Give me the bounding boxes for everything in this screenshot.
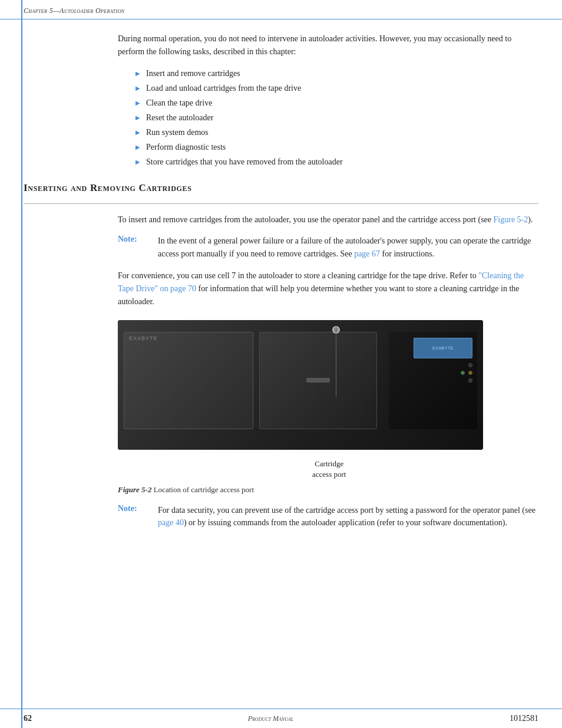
intro-paragraph: During normal operation, you do not need… xyxy=(118,32,538,58)
display-text: EXABYTE xyxy=(432,346,454,350)
page67-link[interactable]: page 67 xyxy=(354,249,380,258)
device-buttons xyxy=(461,363,472,383)
note-label-1: Note: xyxy=(118,235,153,260)
list-item: Reset the autoloader xyxy=(135,111,538,124)
led-4 xyxy=(468,378,472,383)
device-left-panel: EXABYTE xyxy=(124,332,253,429)
footer-manual-label: Product Manual xyxy=(248,714,294,723)
note-block-1: Note: In the event of a general power fa… xyxy=(118,235,538,260)
page-footer: 62 Product Manual 1012581 xyxy=(0,709,562,728)
page40-link[interactable]: page 40 xyxy=(158,518,184,527)
list-item: Clean the tape drive xyxy=(135,97,538,109)
figure-link[interactable]: Figure 5-2 xyxy=(494,215,528,224)
led-3 xyxy=(468,371,472,375)
main-content: During normal operation, you do not need… xyxy=(0,19,562,551)
device-body: EXABYTE EXABYTE xyxy=(118,320,483,450)
figure-caption: Figure 5-2 Location of cartridge access … xyxy=(118,485,538,495)
led-1 xyxy=(468,363,472,367)
led-row-1 xyxy=(468,363,472,367)
cap-line xyxy=(336,326,336,397)
fig-caption-text: Location of cartridge access port xyxy=(151,485,254,494)
chapter-label: Chapter 5 xyxy=(24,6,53,15)
note-content-1: In the event of a general power failure … xyxy=(153,235,538,260)
cap-label-line2: access port xyxy=(312,469,346,480)
list-item: Insert and remove cartridges xyxy=(135,67,538,80)
device-door xyxy=(259,332,377,429)
figure-container: EXABYTE EXABYTE xyxy=(118,320,515,450)
section-divider xyxy=(24,203,538,204)
task-list: Insert and remove cartridges Load and un… xyxy=(135,67,538,168)
list-item: Load and unload cartridges from the tape… xyxy=(135,82,538,94)
note-block-2: Note: For data security, you can prevent… xyxy=(118,504,538,529)
list-item: Run system demos xyxy=(135,126,538,139)
note-label-2: Note: xyxy=(118,504,153,529)
led-2 xyxy=(461,371,465,375)
header-text: Chapter 5—Autoloader Operation xyxy=(24,6,124,15)
section-para-2: For convenience, you can use cell 7 in t… xyxy=(118,269,538,308)
device-logo: EXABYTE xyxy=(129,335,158,341)
led-row-3 xyxy=(468,378,472,383)
list-item: Perform diagnostic tests xyxy=(135,141,538,153)
device-display: EXABYTE xyxy=(414,338,472,358)
door-handle xyxy=(306,378,330,383)
em-dash: — xyxy=(53,6,59,15)
cap-label: Cartridge access port xyxy=(312,459,346,480)
page-header: Chapter 5—Autoloader Operation xyxy=(0,0,562,19)
fig-label: Figure 5-2 xyxy=(118,485,151,494)
page: Chapter 5—Autoloader Operation During no… xyxy=(0,0,562,728)
footer-doc-number: 1012581 xyxy=(510,714,538,723)
list-item: Store cartridges that you have removed f… xyxy=(135,156,538,168)
footer-page-number: 62 xyxy=(24,714,32,723)
chapter-name: Autoloader Operation xyxy=(59,6,124,15)
device-image: EXABYTE EXABYTE xyxy=(118,320,483,450)
section-heading: Inserting and Removing Cartridges xyxy=(24,182,538,194)
section-para-1: To insert and remove cartridges from the… xyxy=(118,213,538,226)
device-right-panel: EXABYTE xyxy=(389,332,477,429)
cap-label-line1: Cartridge xyxy=(312,459,346,469)
left-accent-bar xyxy=(21,0,22,728)
note-content-2: For data security, you can prevent use o… xyxy=(153,504,538,529)
led-row-2 xyxy=(461,371,472,375)
